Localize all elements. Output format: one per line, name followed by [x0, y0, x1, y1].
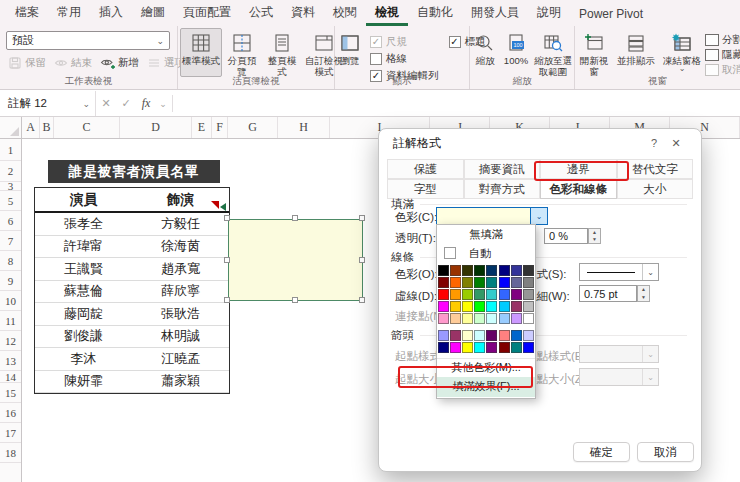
color-swatch[interactable] [438, 313, 449, 324]
color-swatch[interactable] [462, 330, 473, 341]
color-swatch[interactable] [499, 289, 510, 300]
color-swatch[interactable] [486, 289, 497, 300]
color-swatch[interactable] [438, 301, 449, 312]
column-header[interactable]: E [192, 117, 212, 138]
row-header[interactable]: 1 [0, 139, 21, 161]
role-cell[interactable]: 蕭家穎 [132, 371, 229, 393]
row-header[interactable]: 9 [0, 271, 21, 291]
color-swatch[interactable] [523, 342, 534, 353]
color-swatch[interactable] [511, 265, 522, 276]
actor-cell[interactable]: 蘇慧倫 [35, 281, 132, 303]
color-swatch[interactable] [438, 342, 449, 353]
zoom-to-selection-button[interactable]: 縮放至選取範圍 [532, 28, 574, 77]
row-header[interactable]: 2 [0, 161, 21, 182]
resize-handle[interactable] [292, 297, 298, 303]
resize-handle[interactable] [224, 215, 230, 221]
help-icon[interactable]: ? [643, 137, 665, 149]
column-header[interactable]: C [54, 117, 120, 138]
tab-alignment[interactable]: 對齊方式 [464, 179, 541, 199]
row-header[interactable]: 13 [0, 351, 21, 371]
tab-colors-lines[interactable]: 色彩和線條 [540, 179, 617, 199]
color-swatch[interactable] [486, 330, 497, 341]
row-header[interactable]: 18 [0, 443, 21, 463]
tab-protection[interactable]: 保護 [387, 159, 464, 179]
color-swatch[interactable] [486, 313, 497, 324]
color-swatch[interactable] [474, 313, 485, 324]
color-swatch[interactable] [523, 277, 534, 288]
color-swatch[interactable] [474, 330, 485, 341]
resize-handle[interactable] [359, 215, 365, 221]
color-swatch[interactable] [462, 313, 473, 324]
actor-cell[interactable]: 李沐 [35, 348, 132, 370]
resize-handle[interactable] [224, 257, 230, 263]
select-all-corner[interactable] [0, 117, 22, 139]
color-swatch[interactable] [499, 277, 510, 288]
tab-developer[interactable]: 開發人員 [462, 0, 528, 26]
cancel-button[interactable]: ✕ [96, 91, 116, 116]
color-swatch[interactable] [499, 313, 510, 324]
formula-input[interactable] [175, 91, 740, 116]
tab-properties[interactable]: 摘要資訊 [464, 159, 541, 179]
color-swatch[interactable] [511, 330, 522, 341]
zoom-button[interactable]: 縮放 [470, 28, 500, 77]
end-size-dropdown[interactable]: ⌄ [579, 368, 659, 386]
sheet-view-preset-combo[interactable]: 預設 ⌄ [6, 31, 170, 50]
tab-home[interactable]: 常用 [48, 0, 90, 26]
column-header[interactable]: G [228, 117, 278, 138]
actor-cell[interactable]: 許瑋甯 [35, 236, 132, 258]
weight-spinner[interactable]: ▲▼ [637, 285, 650, 302]
row-header[interactable]: 8 [0, 251, 21, 271]
role-cell[interactable]: 江曉孟 [132, 348, 229, 370]
actor-cell[interactable]: 張孝全 [35, 213, 132, 235]
page-layout-view-button[interactable]: 整頁模式 [262, 28, 302, 77]
color-swatch[interactable] [438, 277, 449, 288]
color-swatch[interactable] [523, 301, 534, 312]
tab-review[interactable]: 校閱 [324, 0, 366, 26]
row-header[interactable]: 17 [0, 423, 21, 443]
row-header[interactable]: 14 [0, 371, 21, 383]
name-box[interactable]: 註解 12 ⌄ [0, 91, 96, 116]
color-swatch[interactable] [499, 342, 510, 353]
page-break-preview-button[interactable]: 分頁預覽 [222, 28, 262, 77]
color-swatch[interactable] [511, 301, 522, 312]
hide-window-button[interactable]: 隱藏視窗 [705, 48, 740, 63]
tab-data[interactable]: 資料 [282, 0, 324, 26]
color-swatch[interactable] [438, 265, 449, 276]
end-style-dropdown[interactable]: ⌄ [579, 345, 659, 363]
checkbox-gridlines[interactable]: 格線 [365, 50, 444, 67]
tab-view[interactable]: 檢視 [366, 0, 408, 26]
transparency-field[interactable]: 0 % [544, 228, 588, 244]
checkbox-ruler[interactable]: 尺規 [365, 33, 444, 50]
color-swatch[interactable] [462, 301, 473, 312]
color-swatch[interactable] [486, 277, 497, 288]
row-header[interactable]: 6 [0, 211, 21, 231]
chevron-down-icon[interactable]: ⌄ [530, 208, 547, 224]
no-fill-option[interactable]: 無填滿 [437, 225, 535, 243]
column-header[interactable]: A [22, 117, 40, 138]
column-header[interactable]: F [212, 117, 228, 138]
role-cell[interactable]: 方毅任 [132, 213, 229, 235]
normal-view-button[interactable]: 標準模式 [180, 28, 222, 77]
color-swatch[interactable] [474, 301, 485, 312]
color-swatch[interactable] [438, 289, 449, 300]
actor-cell[interactable]: 劉俊謙 [35, 326, 132, 348]
line-style-dropdown[interactable]: ⌄ [579, 263, 659, 281]
color-swatch[interactable] [486, 265, 497, 276]
insert-function-button[interactable]: fx [136, 91, 156, 116]
close-icon[interactable]: ✕ [665, 137, 687, 150]
tab-automate[interactable]: 自動化 [408, 0, 462, 26]
navigation-button[interactable]: 瀏覽 [335, 28, 365, 77]
color-swatch[interactable] [511, 277, 522, 288]
row-header[interactable]: 3 [0, 182, 21, 191]
cancel-button[interactable]: 取消 [637, 442, 694, 462]
tab-size[interactable]: 大小 [617, 179, 694, 199]
resize-handle[interactable] [224, 297, 230, 303]
color-swatch[interactable] [523, 330, 534, 341]
color-swatch[interactable] [450, 330, 461, 341]
column-header[interactable]: H [278, 117, 330, 138]
new-window-button[interactable]: 開新視窗 [575, 28, 613, 77]
color-swatch[interactable] [523, 313, 534, 324]
row-header[interactable]: 10 [0, 291, 21, 311]
actor-cell[interactable]: 陳妍霏 [35, 371, 132, 393]
comment-box[interactable] [228, 219, 363, 301]
